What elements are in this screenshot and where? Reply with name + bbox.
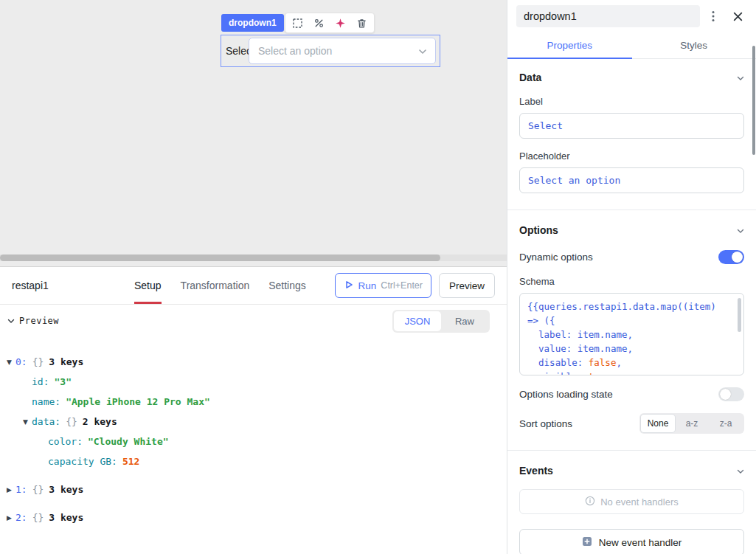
inspector-tabs: Properties Styles — [507, 32, 756, 59]
json-key: name: — [32, 396, 60, 407]
close-icon[interactable] — [726, 5, 749, 27]
horizontal-scrollbar-thumb[interactable] — [0, 255, 440, 261]
query-panel: restapi1 Setup Transformation Settings R… — [0, 266, 507, 554]
trash-icon[interactable] — [352, 14, 372, 32]
query-panel-header: restapi1 Setup Transformation Settings R… — [0, 267, 507, 305]
chevron-down-icon[interactable] — [737, 224, 744, 237]
expand-arrow-icon[interactable]: ▼ — [21, 418, 30, 426]
percent-icon[interactable] — [309, 14, 329, 32]
preview-collapse-toggle[interactable]: Preview — [7, 316, 59, 326]
dropdown-placeholder-text: Select an option — [258, 45, 332, 57]
options-loading-toggle[interactable] — [718, 387, 744, 401]
json-tree-row: capacity GB:512 — [4, 451, 507, 471]
tab-styles[interactable]: Styles — [632, 32, 756, 59]
preview-button[interactable]: Preview — [439, 273, 495, 298]
sort-none-segment[interactable]: None — [641, 415, 675, 432]
json-braces: {} — [32, 356, 44, 367]
tab-transformation[interactable]: Transformation — [181, 267, 250, 304]
widget-name-input[interactable]: dropdown1 — [516, 5, 700, 27]
code-line: => ({ — [527, 314, 733, 328]
dynamic-options-toggle[interactable] — [718, 250, 744, 264]
options-loading-row: Options loading state — [519, 387, 744, 401]
format-raw-segment[interactable]: Raw — [441, 311, 488, 331]
schema-code-editor[interactable]: {{queries.restapi1.data.map((item) => ({… — [519, 293, 744, 375]
json-value: 512 — [122, 456, 139, 467]
chevron-down-icon — [418, 44, 427, 58]
expand-arrow-icon[interactable]: ▶ — [4, 514, 14, 522]
json-tree-row: id:"3" — [4, 372, 507, 392]
sort-options-toggle: None a-z z-a — [639, 413, 744, 434]
section-options-header[interactable]: Options — [519, 224, 744, 237]
placeholder-field-label: Placeholder — [519, 150, 744, 162]
tab-properties[interactable]: Properties — [507, 32, 632, 59]
json-value: "Cloudy White" — [88, 436, 169, 447]
json-key-count: 2 keys — [83, 416, 117, 427]
section-data-header[interactable]: Data — [519, 71, 744, 84]
chevron-down-icon[interactable] — [737, 464, 744, 477]
sort-az-segment[interactable]: a-z — [675, 415, 709, 432]
json-tree-row[interactable]: ▼0:{}3 keys — [4, 352, 507, 372]
run-label: Run — [358, 280, 377, 291]
section-title: Options — [519, 224, 558, 236]
json-key-count: 3 keys — [49, 512, 83, 523]
format-json-segment[interactable]: JSON — [394, 311, 441, 331]
code-scrollbar-thumb[interactable] — [738, 298, 741, 332]
new-event-handler-label: New event handler — [599, 537, 682, 548]
run-button[interactable]: Run Ctrl+Enter — [335, 273, 431, 298]
json-braces: {} — [32, 512, 44, 523]
inspector-panel: dropdown1 Properties Styles Data Label S… — [507, 0, 756, 554]
dynamic-options-row: Dynamic options — [519, 250, 744, 264]
label-field-label: Label — [519, 96, 744, 107]
json-key: capacity GB: — [48, 456, 117, 467]
placeholder-input[interactable]: Select an option — [519, 167, 744, 193]
section-events-header[interactable]: Events — [519, 464, 744, 477]
json-key-count: 3 keys — [49, 484, 83, 495]
json-tree-row[interactable]: ▶2:{}3 keys — [4, 508, 507, 527]
run-shortcut: Ctrl+Enter — [381, 280, 423, 291]
vertical-scrollbar-thumb[interactable] — [752, 46, 755, 155]
expand-arrow-icon[interactable]: ▼ — [4, 359, 14, 366]
horizontal-scrollbar[interactable] — [0, 255, 507, 261]
divider — [507, 210, 756, 210]
tab-setup[interactable]: Setup — [134, 267, 162, 304]
schema-label: Schema — [519, 276, 744, 287]
code-line: {{queries.restapi1.data.map((item) — [527, 299, 733, 314]
preview-section-header: Preview JSON Raw — [0, 305, 507, 337]
canvas[interactable]: dropdown1 Select Select an option — [0, 0, 507, 266]
json-preview-tree: ▼0:{}3 keys id:"3" name:"Apple iPhone 12… — [0, 337, 507, 527]
new-event-handler-button[interactable]: New event handler — [519, 529, 744, 554]
code-line: disable: false, — [527, 356, 733, 370]
dropdown-widget-control[interactable]: Select an option — [249, 38, 436, 64]
json-key: data: — [32, 416, 60, 427]
json-braces: {} — [32, 484, 44, 495]
sort-options-row: Sort options None a-z z-a — [519, 413, 744, 434]
plus-square-icon — [582, 536, 592, 549]
code-line: label: item.name, — [527, 328, 733, 342]
json-key: 0: — [15, 356, 27, 367]
json-key: color: — [48, 436, 83, 447]
label-input[interactable]: Select — [519, 113, 744, 139]
preview-section-label: Preview — [19, 316, 59, 326]
dashed-square-icon[interactable] — [288, 14, 308, 32]
options-loading-label: Options loading state — [519, 389, 613, 400]
inspector-body: Data Label Select Placeholder Select an … — [507, 59, 756, 554]
sort-options-label: Sort options — [519, 418, 572, 429]
json-tree-row[interactable]: ▶1:{}3 keys — [4, 479, 507, 499]
tab-settings[interactable]: Settings — [268, 267, 306, 304]
kebab-menu-icon[interactable] — [704, 7, 723, 26]
json-tree-row[interactable]: ▼data:{}2 keys — [4, 412, 507, 432]
json-braces: {} — [66, 416, 77, 427]
json-tree-row: name:"Apple iPhone 12 Pro Max" — [4, 392, 507, 412]
selected-widget-tag[interactable]: dropdown1 — [221, 14, 284, 32]
code-line: visible: true — [527, 370, 733, 375]
sort-za-segment[interactable]: z-a — [709, 415, 743, 432]
expand-arrow-icon[interactable]: ▶ — [4, 486, 14, 494]
inspector-header: dropdown1 — [507, 0, 756, 32]
sparkles-icon[interactable] — [330, 14, 350, 32]
app-builder-window: dropdown1 Select Select an option — [0, 0, 756, 554]
section-title: Events — [519, 465, 553, 477]
json-value: "Apple iPhone 12 Pro Max" — [66, 396, 210, 407]
dynamic-options-label: Dynamic options — [519, 252, 593, 263]
chevron-down-icon — [7, 316, 15, 326]
chevron-down-icon[interactable] — [737, 71, 744, 84]
